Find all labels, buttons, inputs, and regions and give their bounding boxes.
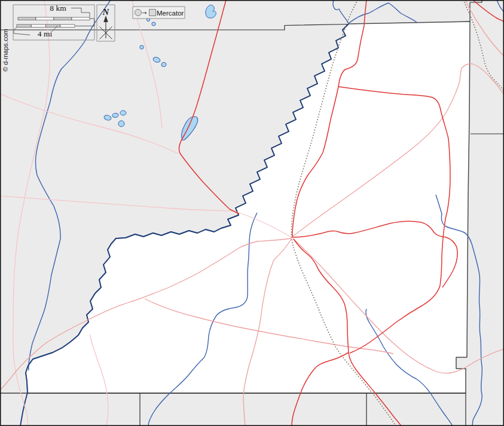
scale-km-segment-3 [54,17,72,20]
lake-cluster-d [118,121,124,127]
lake-small-dot [140,45,143,49]
scale-mi-segment-2 [31,24,45,27]
scale-mi-segment-4 [60,24,75,27]
attribution: © d-maps.com [2,29,9,72]
projection-circle-icon [135,10,142,16]
map-layers [0,0,504,426]
north-label: N [102,7,110,17]
scale-km-segment-1 [18,17,36,20]
projection-square-icon [149,10,156,16]
scale-km-segment-4 [72,17,90,20]
scale-km-segment-2 [36,17,54,20]
map-canvas: 8 km 4 mi N → Mercator © d-maps.com [0,0,504,426]
scale-mi-segment-1 [17,24,31,27]
lake-cluster-c [120,111,126,115]
lake-tiny-b [152,22,155,26]
projection-arrow-icon: → [142,10,146,16]
scale-mi-segment-3 [46,24,60,27]
county-map-svg: 8 km 4 mi N → Mercator © d-maps.com [0,0,504,426]
projection-label: Mercator [157,10,184,17]
scale-km-label: 8 km [50,4,66,13]
scale-mi-label: 4 mi [38,29,53,38]
